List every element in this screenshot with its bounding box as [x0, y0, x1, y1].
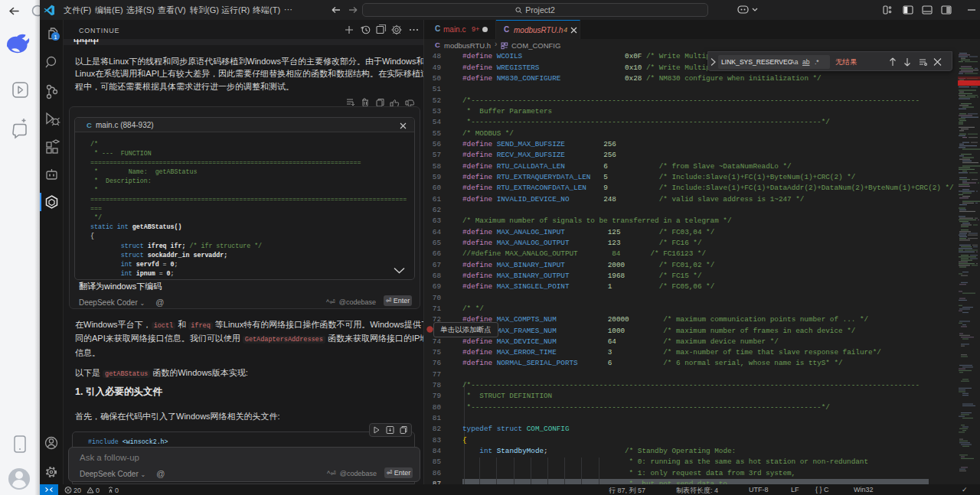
svg-text:ab: ab — [802, 58, 810, 66]
svg-text:20: 20 — [74, 487, 81, 494]
svg-text:0: 0 — [96, 487, 100, 494]
svg-text:.*: .* — [815, 58, 819, 66]
svg-text:1: 1 — [54, 34, 57, 41]
svg-text:Aa: Aa — [790, 58, 799, 66]
svg-text:0: 0 — [115, 487, 119, 494]
